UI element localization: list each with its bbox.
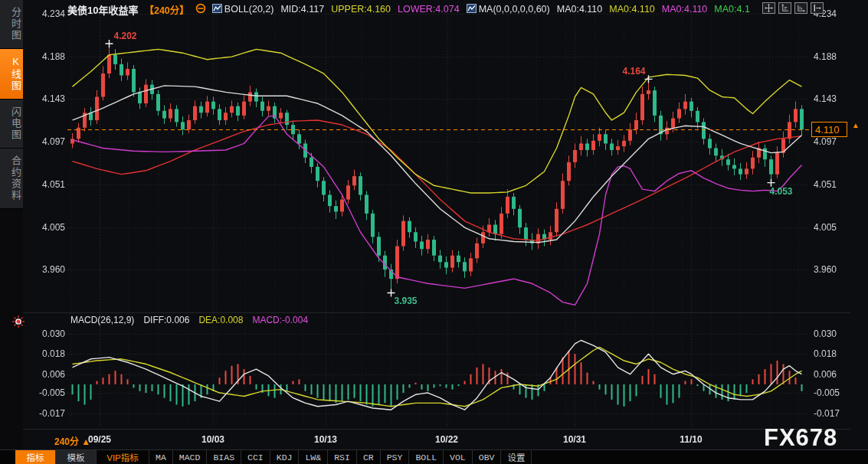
macd-name: MACD(26,12,9)	[70, 315, 134, 325]
toolbar-item-MA[interactable]: MA	[149, 450, 173, 464]
sidebar-tab-合约资料[interactable]: 合约资料	[0, 149, 23, 209]
indicator-readout: MA0:4.110	[557, 4, 603, 15]
period-label: 【240分】	[144, 2, 188, 17]
price-marker-icon: ▲	[852, 121, 860, 129]
x-axis-label: 10/03	[201, 434, 224, 445]
macd-axis-label-left: -0.017	[29, 408, 65, 419]
y-axis-label-left: 4.097	[29, 136, 65, 147]
indicator-readout: UPPER:4.160	[331, 4, 391, 15]
y-axis-label-left: 4.143	[29, 93, 65, 104]
sidebar-tab-分时图[interactable]: 分时图	[0, 0, 23, 49]
x-axis-label: 11/10	[680, 434, 702, 445]
y-axis-label-right: 4.097	[814, 136, 860, 147]
toolbar-item-CR[interactable]: CR	[357, 450, 381, 464]
chart-toolbar	[762, 2, 824, 14]
live-dot-icon	[12, 315, 25, 331]
macd-axis-label-right: 0.018	[814, 348, 860, 359]
toolbar-item-LW&[interactable]: LW&	[299, 450, 328, 464]
macd-axis-label-right: 0.030	[814, 328, 860, 339]
x-axis-label: 09/25	[88, 434, 111, 445]
macd-axis-label-left: 0.030	[29, 328, 65, 339]
y-axis-label-right: 4.051	[814, 179, 860, 190]
y-axis-label-left: 4.051	[29, 179, 65, 190]
x-axis-label: 10/13	[314, 434, 337, 445]
shift-right-icon[interactable]	[811, 2, 824, 14]
y-axis-label-right: 4.143	[814, 93, 860, 104]
last-price-box: 4.110	[811, 122, 847, 137]
toolbar-item-设置[interactable]: 设置	[501, 450, 532, 464]
sidebar: 分时图K线图闪电图合约资料	[0, 0, 23, 450]
indicator-readout: MA(0,0,0,0,0,60)	[467, 4, 550, 15]
x-axis-label: 10/22	[435, 434, 458, 445]
instrument-title: 美债10年收益率	[67, 2, 138, 17]
macd-axis-label-right: 0.006	[814, 369, 860, 380]
trading-chart-window: 分时图K线图闪电图合约资料 美债10年收益率 【240分】 BOLL(20,2)…	[0, 0, 868, 464]
price-extreme-label: 3.935	[395, 296, 418, 306]
period-selector[interactable]: 240分 ▲	[54, 434, 90, 447]
macd-axis-label-right: -0.005	[814, 387, 860, 398]
indicator-readout: MA0:4.110	[609, 4, 655, 15]
indicator-readout: MID:4.117	[280, 4, 324, 15]
macd-axis-label-left: -0.005	[29, 387, 65, 398]
y-axis-label-right: 3.960	[814, 264, 860, 275]
x-axis-label: 10/31	[563, 434, 586, 445]
y-axis-label-right: 4.005	[814, 222, 860, 233]
macd-header: MACD(26,12,9) DIFF:0.006 DEA:0.008 MACD:…	[70, 315, 308, 325]
y-axis-label-left: 4.188	[29, 51, 65, 62]
toolbar-item-PSY[interactable]: PSY	[381, 450, 410, 464]
macd-dea-value: DEA:0.008	[198, 315, 243, 325]
chart-header: 美债10年收益率 【240分】 BOLL(20,2)MID:4.117UPPER…	[67, 2, 750, 16]
watermark: FX678	[764, 424, 837, 452]
last-price-value: 4.110	[815, 124, 840, 136]
mini-chart-icon	[467, 4, 477, 15]
toolbar-item-MACD[interactable]: MACD	[173, 450, 208, 464]
toolbar-item-VIP指标[interactable]: VIP指标	[97, 450, 149, 464]
macd-axis-label-left: 0.006	[29, 369, 65, 380]
price-extreme-label: 4.053	[770, 186, 793, 197]
y-axis-label-left: 4.005	[29, 222, 65, 233]
toolbar-item-BIAS[interactable]: BIAS	[207, 450, 241, 464]
y-axis-label-right: 4.188	[814, 51, 860, 62]
toolbar-item-RSI[interactable]: RSI	[328, 450, 357, 464]
macd-diff-value: DIFF:0.006	[143, 315, 189, 325]
mini-chart-icon	[212, 4, 222, 15]
price-extreme-label: 4.202	[114, 31, 137, 41]
chart-canvas[interactable]	[0, 0, 868, 450]
indicator-readout: MA0:4.110	[662, 4, 708, 15]
indicator-readout: MA0:4.1	[714, 4, 750, 15]
link-icon[interactable]	[195, 3, 206, 16]
toolbar-item-VOL[interactable]: VOL	[444, 450, 473, 464]
pan-icon[interactable]	[762, 2, 775, 14]
toolbar-item-OBV[interactable]: OBV	[473, 450, 502, 464]
sidebar-tab-K线图[interactable]: K线图	[0, 49, 23, 100]
toolbar-item-指标[interactable]: 指标	[15, 450, 56, 464]
price-extreme-label: 4.164	[623, 66, 646, 77]
macd-axis-label-left: 0.018	[29, 348, 65, 359]
indicator-readout: BOLL(20,2)	[212, 4, 274, 15]
toolbar-item-模板[interactable]: 模板	[56, 450, 97, 464]
bottom-toolbar: 指标模板VIP指标MAMACDBIASCCIKDJLW&RSICRPSYBOLL…	[0, 449, 868, 464]
sidebar-tab-闪电图[interactable]: 闪电图	[0, 100, 23, 149]
macd-axis-label-right: -0.017	[814, 408, 860, 419]
y-axis-label-left: 3.960	[29, 264, 65, 275]
axis-zoom-vertical-icon[interactable]	[778, 2, 791, 14]
indicator-readout: LOWER:4.074	[398, 4, 460, 15]
axis-zoom-horizontal-icon[interactable]	[794, 2, 807, 14]
indicator-readouts: BOLL(20,2)MID:4.117UPPER:4.160LOWER:4.07…	[212, 4, 750, 15]
toolbar-item-KDJ[interactable]: KDJ	[270, 450, 300, 464]
macd-macd-value: MACD:-0.004	[252, 315, 308, 325]
toolbar-item-BOLL[interactable]: BOLL	[409, 450, 444, 464]
toolbar-item-CCI[interactable]: CCI	[241, 450, 270, 464]
y-axis-label-left: 4.234	[29, 8, 65, 19]
